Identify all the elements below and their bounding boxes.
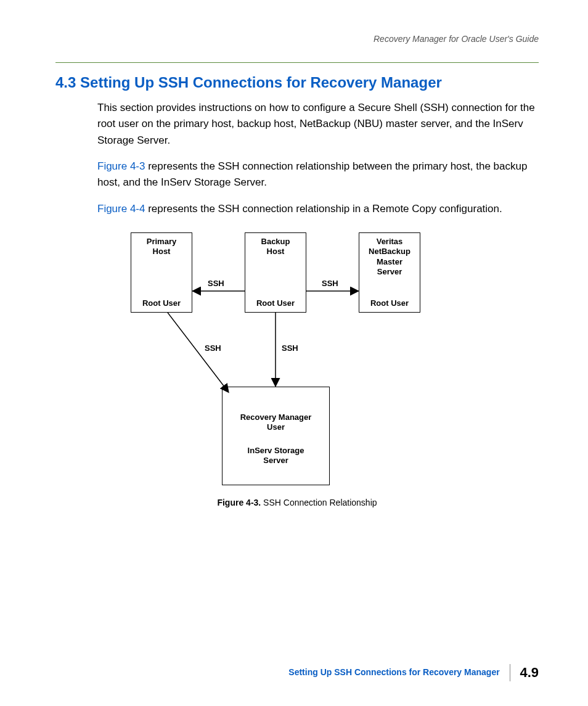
diagram-label-ssh-left: SSH (208, 279, 224, 288)
section-number: 4.3 (55, 74, 76, 91)
diagram-box-primary-top: PrimaryHost (134, 237, 189, 257)
figure-caption-text: SSH Connection Relationship (261, 498, 377, 507)
diagram-box-backup-bottom: Root User (248, 298, 303, 308)
figure-caption-label: Figure 4-3. (217, 498, 261, 507)
paragraph-intro: This section provides instructions on ho… (97, 100, 539, 149)
footer-divider (510, 664, 510, 681)
diagram-box-primary-host: PrimaryHost Root User (131, 232, 192, 313)
paragraph-fig43: Figure 4-3 represents the SSH connection… (97, 158, 539, 191)
diagram-box-inserv-top: Recovery ManagerUser (225, 413, 327, 433)
diagram-box-inserv-bottom: InServ StorageServer (225, 446, 327, 466)
footer-section-title: Setting Up SSH Connections for Recovery … (288, 667, 499, 677)
top-rule (55, 62, 539, 63)
diagram-label-ssh-right: SSH (322, 279, 338, 288)
figure-caption: Figure 4-3. SSH Connection Relationship (55, 498, 539, 507)
section-heading: 4.3 Setting Up SSH Connections for Recov… (55, 74, 539, 91)
body-text: This section provides instructions on ho… (97, 100, 539, 217)
paragraph-fig43-rest: represents the SSH connection relationsh… (97, 160, 527, 188)
diagram-box-backup-host: BackupHost Root User (245, 232, 306, 313)
diagram-ssh-relationship: PrimaryHost Root User BackupHost Root Us… (131, 232, 463, 491)
page: Recovery Manager for Oracle User's Guide… (0, 0, 588, 706)
diagram-box-inserv: Recovery ManagerUser InServ StorageServe… (222, 387, 330, 485)
paragraph-fig44: Figure 4-4 represents the SSH connection… (97, 201, 539, 217)
diagram-box-netbackup: VeritasNetBackupMasterServer Root User (359, 232, 420, 313)
diagram-box-primary-bottom: Root User (134, 298, 189, 308)
xref-figure-4-4[interactable]: Figure 4-4 (97, 203, 145, 215)
diagram-label-ssh-down: SSH (282, 343, 298, 353)
diagram-label-ssh-diag: SSH (205, 343, 221, 353)
diagram-box-netbackup-bottom: Root User (362, 298, 417, 308)
diagram-box-backup-top: BackupHost (248, 237, 303, 257)
footer-page-number: 4.9 (520, 665, 539, 680)
running-head: Recovery Manager for Oracle User's Guide (55, 34, 539, 44)
section-title: Setting Up SSH Connections for Recovery … (80, 74, 442, 91)
page-footer: Setting Up SSH Connections for Recovery … (288, 664, 539, 681)
diagram-box-netbackup-top: VeritasNetBackupMasterServer (362, 237, 417, 277)
paragraph-fig44-rest: represents the SSH connection relationsh… (145, 203, 502, 215)
xref-figure-4-3[interactable]: Figure 4-3 (97, 160, 145, 172)
